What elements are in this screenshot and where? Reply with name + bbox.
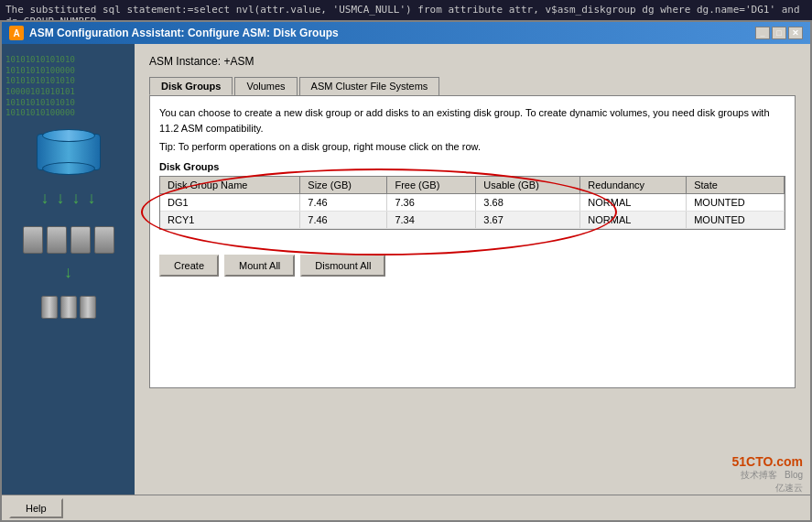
table-container: Disk Group Name Size (GB) Free (GB) Usab… [159,176,785,230]
arrow-4: ↓ [88,189,96,208]
sidebar-graphic: 10101010101010 10101010100000 1010101010… [2,44,135,520]
row-2-free: 7.34 [387,212,476,229]
tab-asm-cluster[interactable]: ASM Cluster File Systems [299,77,440,95]
row-2-redundancy: NORMAL [580,212,687,229]
row-1-redundancy: NORMAL [580,194,687,212]
db-cylinders [37,134,101,170]
table-row[interactable]: RCY1 7.46 7.34 3.67 NORMAL MOUNTED [160,212,785,229]
dismount-all-button[interactable]: Dismount All [300,255,385,277]
row-2-size: 7.46 [300,212,387,229]
dialog-title: A ASM Configuration Assistant: Configure… [9,26,339,40]
col-header-redundancy: Redundancy [580,177,687,194]
cylinder-disk-3 [80,296,96,319]
row-2-name: RCY1 [160,212,300,229]
dialog-icon: A [9,26,24,40]
asm-instance-label: ASM Instance: [149,55,221,68]
arrow-1: ↓ [41,189,49,208]
table-row[interactable]: DG1 7.46 7.36 3.68 NORMAL MOUNTED [160,194,785,212]
disk-table: Disk Group Name Size (GB) Free (GB) Usab… [160,177,785,229]
col-header-usable: Usable (GB) [476,177,580,194]
help-button[interactable]: Help [9,498,63,518]
cylinder-disk-1 [41,296,58,319]
dialog-title-text: ASM Configuration Assistant: Configure A… [29,27,339,39]
description-text: You can choose to create a new disk grou… [159,105,785,136]
dialog-titlebar: A ASM Configuration Assistant: Configure… [2,22,810,44]
storage-units [23,226,114,254]
col-header-free: Free (GB) [387,177,476,194]
arrows-section: ↓ ↓ ↓ ↓ [41,189,96,208]
tab-disk-groups[interactable]: Disk Groups [149,77,233,95]
col-header-state: State [687,177,785,194]
cylinder-disks [41,296,96,319]
main-dialog: A ASM Configuration Assistant: Configure… [0,20,812,522]
window-controls: _ □ ✕ [755,27,803,39]
watermark: 51CTO.com 技术搏客 Blog 亿速云 [731,454,803,495]
asm-instance-row: ASM Instance: +ASM [149,55,796,68]
watermark-site: 51CTO.com [731,454,803,469]
close-button[interactable]: ✕ [788,27,803,39]
row-1-free: 7.36 [387,194,476,212]
watermark-sub1: 技术搏客 Blog [731,469,803,482]
binary-pattern: 10101010101010 10101010100000 1010101010… [2,51,135,125]
disk-groups-section-label: Disk Groups [159,161,785,172]
arrow-2: ↓ [57,189,65,208]
create-button[interactable]: Create [159,255,219,277]
disk-table-wrapper: Disk Group Name Size (GB) Free (GB) Usab… [159,176,785,230]
help-bar: Help [2,495,810,520]
main-content: ASM Instance: +ASM Disk Groups Volumes A… [135,44,810,520]
tip-text: Tip: To perform operations on a disk gro… [159,141,785,152]
cylinder-disk-2 [60,296,77,319]
minimize-button[interactable]: _ [755,27,770,39]
watermark-sub3: 亿速云 [731,482,803,495]
row-1-size: 7.46 [300,194,387,212]
row-1-usable: 3.68 [476,194,580,212]
arrow-down-main: ↓ [64,263,72,282]
row-1-state: MOUNTED [687,194,785,212]
db-cylinder-1 [37,134,101,170]
mount-all-button[interactable]: Mount All [224,255,295,277]
row-1-name: DG1 [160,194,300,212]
tab-content: You can choose to create a new disk grou… [149,95,796,388]
row-2-usable: 3.67 [476,212,580,229]
asm-instance-value: +ASM [223,55,254,68]
arrow-3: ↓ [72,189,81,208]
col-header-size: Size (GB) [300,177,387,194]
maximize-button[interactable]: □ [772,27,786,39]
tabs: Disk Groups Volumes ASM Cluster File Sys… [149,77,796,95]
row-2-state: MOUNTED [687,212,785,229]
dialog-body: 10101010101010 10101010100000 1010101010… [2,44,810,520]
storage-unit-1 [23,226,43,254]
col-header-name: Disk Group Name [160,177,300,194]
storage-unit-3 [70,226,91,254]
tab-volumes[interactable]: Volumes [234,77,297,95]
storage-unit-4 [94,226,114,254]
storage-unit-2 [47,226,67,254]
sidebar: 10101010101010 10101010100000 1010101010… [2,44,135,520]
bottom-buttons: Create Mount All Dismount All [159,245,785,277]
